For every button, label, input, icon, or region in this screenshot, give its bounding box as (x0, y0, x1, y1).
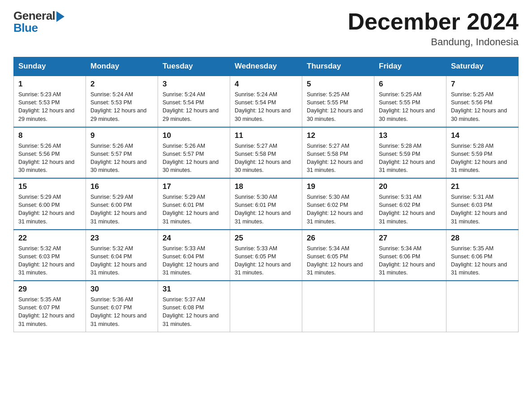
day-info: Sunrise: 5:29 AM Sunset: 6:01 PM Dayligh… (163, 193, 225, 226)
header-tuesday: Tuesday (158, 57, 230, 76)
table-row: 31Sunrise: 5:37 AM Sunset: 6:08 PM Dayli… (158, 281, 230, 332)
day-number: 29 (18, 285, 81, 294)
day-number: 7 (451, 80, 514, 89)
header-wednesday: Wednesday (230, 57, 302, 76)
calendar-table: Sunday Monday Tuesday Wednesday Thursday… (13, 57, 519, 332)
day-info: Sunrise: 5:34 AM Sunset: 6:05 PM Dayligh… (307, 244, 369, 277)
day-info: Sunrise: 5:34 AM Sunset: 6:06 PM Dayligh… (379, 244, 442, 277)
table-row: 7Sunrise: 5:25 AM Sunset: 5:56 PM Daylig… (446, 76, 519, 127)
day-info: Sunrise: 5:33 AM Sunset: 6:04 PM Dayligh… (163, 244, 225, 277)
table-row: 13Sunrise: 5:28 AM Sunset: 5:59 PM Dayli… (374, 127, 446, 179)
day-number: 4 (235, 80, 297, 89)
day-number: 25 (235, 234, 297, 243)
day-number: 22 (18, 234, 81, 243)
day-info: Sunrise: 5:30 AM Sunset: 6:02 PM Dayligh… (307, 193, 369, 226)
calendar-week-5: 29Sunrise: 5:35 AM Sunset: 6:07 PM Dayli… (14, 281, 519, 332)
day-number: 20 (379, 182, 442, 191)
day-info: Sunrise: 5:23 AM Sunset: 5:53 PM Dayligh… (18, 90, 81, 123)
day-number: 16 (90, 182, 153, 191)
day-number: 23 (90, 234, 153, 243)
day-number: 8 (18, 131, 81, 140)
day-info: Sunrise: 5:29 AM Sunset: 6:00 PM Dayligh… (18, 193, 81, 226)
day-info: Sunrise: 5:26 AM Sunset: 5:57 PM Dayligh… (90, 142, 153, 175)
day-info: Sunrise: 5:32 AM Sunset: 6:03 PM Dayligh… (18, 244, 81, 277)
day-info: Sunrise: 5:25 AM Sunset: 5:56 PM Dayligh… (451, 90, 514, 123)
header-friday: Friday (374, 57, 446, 76)
day-info: Sunrise: 5:24 AM Sunset: 5:54 PM Dayligh… (235, 90, 297, 123)
table-row: 5Sunrise: 5:25 AM Sunset: 5:55 PM Daylig… (302, 76, 374, 127)
table-row: 27Sunrise: 5:34 AM Sunset: 6:06 PM Dayli… (374, 230, 446, 281)
table-row: 25Sunrise: 5:33 AM Sunset: 6:05 PM Dayli… (230, 230, 302, 281)
calendar-title: December 2024 (348, 9, 519, 34)
table-row: 28Sunrise: 5:35 AM Sunset: 6:06 PM Dayli… (446, 230, 519, 281)
calendar-week-2: 8Sunrise: 5:26 AM Sunset: 5:56 PM Daylig… (14, 127, 519, 179)
day-number: 9 (90, 131, 153, 140)
day-number: 28 (451, 234, 514, 243)
day-number: 13 (379, 131, 442, 140)
day-number: 18 (235, 182, 297, 191)
day-info: Sunrise: 5:26 AM Sunset: 5:57 PM Dayligh… (163, 142, 225, 175)
day-info: Sunrise: 5:28 AM Sunset: 5:59 PM Dayligh… (379, 142, 442, 175)
day-number: 27 (379, 234, 442, 243)
day-number: 6 (379, 80, 442, 89)
table-row: 2Sunrise: 5:24 AM Sunset: 5:53 PM Daylig… (86, 76, 158, 127)
table-row: 14Sunrise: 5:28 AM Sunset: 5:59 PM Dayli… (446, 127, 519, 179)
day-number: 11 (235, 131, 297, 140)
day-info: Sunrise: 5:24 AM Sunset: 5:54 PM Dayligh… (163, 90, 225, 123)
table-row: 9Sunrise: 5:26 AM Sunset: 5:57 PM Daylig… (86, 127, 158, 179)
day-info: Sunrise: 5:36 AM Sunset: 6:07 PM Dayligh… (90, 295, 153, 328)
table-row: 6Sunrise: 5:25 AM Sunset: 5:55 PM Daylig… (374, 76, 446, 127)
logo-blue-text: Blue (13, 21, 38, 35)
header-saturday: Saturday (446, 57, 519, 76)
table-row: 3Sunrise: 5:24 AM Sunset: 5:54 PM Daylig… (158, 76, 230, 127)
table-row: 30Sunrise: 5:36 AM Sunset: 6:07 PM Dayli… (86, 281, 158, 332)
calendar-week-1: 1Sunrise: 5:23 AM Sunset: 5:53 PM Daylig… (14, 76, 519, 127)
table-row: 10Sunrise: 5:26 AM Sunset: 5:57 PM Dayli… (158, 127, 230, 179)
day-number: 15 (18, 182, 81, 191)
empty-cell (374, 281, 446, 332)
table-row: 24Sunrise: 5:33 AM Sunset: 6:04 PM Dayli… (158, 230, 230, 281)
table-row: 23Sunrise: 5:32 AM Sunset: 6:04 PM Dayli… (86, 230, 158, 281)
table-row: 26Sunrise: 5:34 AM Sunset: 6:05 PM Dayli… (302, 230, 374, 281)
day-number: 31 (163, 285, 225, 294)
day-number: 2 (90, 80, 153, 89)
day-info: Sunrise: 5:37 AM Sunset: 6:08 PM Dayligh… (163, 295, 225, 328)
day-info: Sunrise: 5:27 AM Sunset: 5:58 PM Dayligh… (307, 142, 369, 175)
day-info: Sunrise: 5:25 AM Sunset: 5:55 PM Dayligh… (307, 90, 369, 123)
logo-arrow-icon (56, 11, 64, 22)
day-number: 1 (18, 80, 81, 89)
day-number: 26 (307, 234, 369, 243)
day-info: Sunrise: 5:32 AM Sunset: 6:04 PM Dayligh… (90, 244, 153, 277)
day-info: Sunrise: 5:35 AM Sunset: 6:07 PM Dayligh… (18, 295, 81, 328)
day-number: 24 (163, 234, 225, 243)
header-sunday: Sunday (14, 57, 86, 76)
logo: General Blue (13, 9, 64, 35)
day-info: Sunrise: 5:31 AM Sunset: 6:02 PM Dayligh… (379, 193, 442, 226)
calendar-week-3: 15Sunrise: 5:29 AM Sunset: 6:00 PM Dayli… (14, 178, 519, 230)
calendar-week-4: 22Sunrise: 5:32 AM Sunset: 6:03 PM Dayli… (14, 230, 519, 281)
day-number: 21 (451, 182, 514, 191)
table-row: 8Sunrise: 5:26 AM Sunset: 5:56 PM Daylig… (14, 127, 86, 179)
empty-cell (302, 281, 374, 332)
day-info: Sunrise: 5:33 AM Sunset: 6:05 PM Dayligh… (235, 244, 297, 277)
day-number: 10 (163, 131, 225, 140)
empty-cell (230, 281, 302, 332)
day-number: 5 (307, 80, 369, 89)
table-row: 21Sunrise: 5:31 AM Sunset: 6:03 PM Dayli… (446, 178, 519, 230)
day-info: Sunrise: 5:29 AM Sunset: 6:00 PM Dayligh… (90, 193, 153, 226)
day-info: Sunrise: 5:27 AM Sunset: 5:58 PM Dayligh… (235, 142, 297, 175)
day-info: Sunrise: 5:26 AM Sunset: 5:56 PM Dayligh… (18, 142, 81, 175)
table-row: 11Sunrise: 5:27 AM Sunset: 5:58 PM Dayli… (230, 127, 302, 179)
day-info: Sunrise: 5:35 AM Sunset: 6:06 PM Dayligh… (451, 244, 514, 277)
day-info: Sunrise: 5:25 AM Sunset: 5:55 PM Dayligh… (379, 90, 442, 123)
table-row: 18Sunrise: 5:30 AM Sunset: 6:01 PM Dayli… (230, 178, 302, 230)
day-number: 3 (163, 80, 225, 89)
page-header: General Blue December 2024 Bandung, Indo… (13, 9, 519, 48)
table-row: 16Sunrise: 5:29 AM Sunset: 6:00 PM Dayli… (86, 178, 158, 230)
day-info: Sunrise: 5:31 AM Sunset: 6:03 PM Dayligh… (451, 193, 514, 226)
day-info: Sunrise: 5:28 AM Sunset: 5:59 PM Dayligh… (451, 142, 514, 175)
table-row: 20Sunrise: 5:31 AM Sunset: 6:02 PM Dayli… (374, 178, 446, 230)
day-number: 19 (307, 182, 369, 191)
table-row: 29Sunrise: 5:35 AM Sunset: 6:07 PM Dayli… (14, 281, 86, 332)
empty-cell (446, 281, 519, 332)
